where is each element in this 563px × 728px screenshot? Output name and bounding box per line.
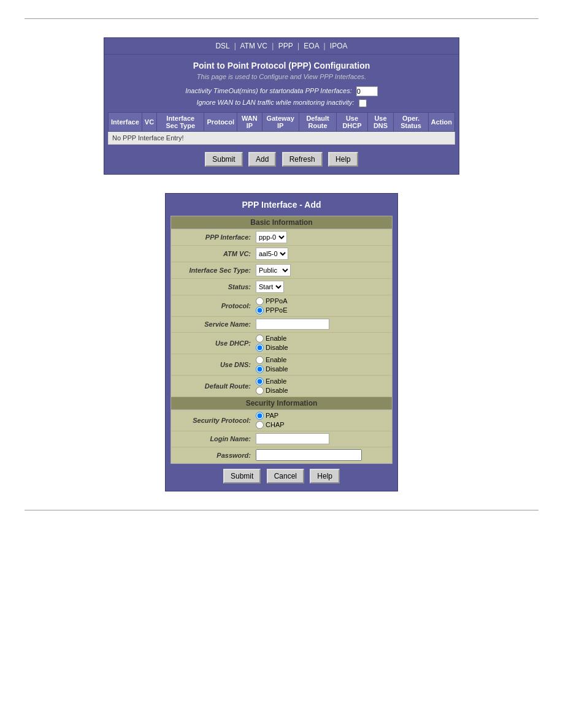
ignore-row: Ignore WAN to LAN traffic while monitori…: [104, 97, 459, 108]
password-input[interactable]: [256, 449, 362, 461]
password-row: Password:: [171, 447, 392, 463]
ppp-table: Interface VC Interface Sec Type Protocol…: [108, 112, 455, 145]
inactivity-label: Inactivity TimeOut(mins) for startondata…: [185, 87, 352, 94]
pap-item: PAP: [256, 412, 387, 420]
chap-radio[interactable]: [256, 421, 264, 429]
empty-row: No PPP Interface Entry!: [109, 131, 455, 144]
panel1-subtitle: This page is used to Configure and View …: [104, 73, 459, 85]
password-label: Password:: [176, 452, 256, 459]
service-name-control: [256, 319, 387, 330]
col-interface: Interface: [109, 112, 142, 131]
protocol-pppoe-label: PPPoE: [266, 306, 287, 314]
security-protocol-control: PAP CHAP: [256, 412, 387, 429]
atm-vc-label: ATM VC:: [176, 250, 256, 257]
panel2-help-button[interactable]: Help: [310, 469, 340, 483]
service-name-label: Service Name:: [176, 320, 256, 328]
use-dhcp-label: Use DHCP:: [176, 339, 256, 347]
col-use-dns: Use DNS: [367, 112, 394, 131]
col-protocol: Protocol: [204, 112, 237, 131]
default-route-label: Default Route:: [176, 382, 256, 390]
ignore-label: Ignore WAN to LAN traffic while monitori…: [196, 99, 354, 106]
status-row: Status: Start Stop: [171, 279, 392, 295]
protocol-row: Protocol: PPPoA PPPoE: [171, 295, 392, 317]
dns-enable-label: Enable: [266, 356, 286, 363]
atm-vc-select[interactable]: aal5-0 aal5-1: [256, 248, 288, 260]
basic-info-header: Basic Information: [171, 216, 392, 229]
protocol-pppoe-item: PPPoE: [256, 306, 387, 314]
security-protocol-row: Security Protocol: PAP CHAP: [171, 410, 392, 431]
login-name-control: [256, 433, 387, 444]
ignore-checkbox[interactable]: [359, 99, 367, 107]
atm-vc-control: aal5-0 aal5-1: [256, 248, 387, 260]
protocol-radio-group: PPPoA PPPoE: [256, 297, 387, 314]
dhcp-disable-radio[interactable]: [256, 344, 264, 352]
dns-enable-item: Enable: [256, 356, 387, 364]
panel2-submit-button[interactable]: Submit: [223, 469, 261, 483]
security-protocol-radio-group: PAP CHAP: [256, 412, 387, 429]
security-info-header: Security Information: [171, 397, 392, 410]
default-route-radio-group: Enable Disable: [256, 377, 387, 395]
password-control: [256, 449, 387, 461]
nav-atm-vc[interactable]: ATM VC: [240, 42, 267, 50]
use-dhcp-radio-group: Enable Disable: [256, 335, 387, 352]
status-label: Status:: [176, 283, 256, 290]
use-dns-control: Enable Disable: [256, 356, 387, 373]
col-action: Action: [428, 112, 454, 131]
pap-radio[interactable]: [256, 412, 264, 420]
chap-label: CHAP: [266, 421, 285, 428]
dhcp-disable-label: Disable: [266, 344, 288, 351]
col-sec-type: Interface Sec Type: [157, 112, 204, 131]
bottom-rule: [25, 510, 538, 510]
protocol-pppoa-label: PPPoA: [266, 297, 287, 305]
default-route-enable-radio[interactable]: [256, 377, 264, 385]
default-route-enable-item: Enable: [256, 377, 387, 385]
ppp-interface-select[interactable]: ppp-0 ppp-1 ppp-2: [256, 231, 287, 243]
use-dns-radio-group: Enable Disable: [256, 356, 387, 373]
nav-ppp[interactable]: PPP: [278, 42, 293, 50]
inactivity-row: Inactivity TimeOut(mins) for startondata…: [104, 85, 459, 97]
status-control: Start Stop: [256, 281, 387, 293]
dhcp-enable-radio[interactable]: [256, 335, 264, 343]
ppp-interface-row: PPP Interface: ppp-0 ppp-1 ppp-2: [171, 229, 392, 246]
interface-sec-type-row: Interface Sec Type: Public Private: [171, 262, 392, 279]
dhcp-enable-label: Enable: [266, 335, 286, 342]
default-route-disable-label: Disable: [266, 387, 288, 394]
dns-disable-radio[interactable]: [256, 365, 264, 373]
service-name-input[interactable]: [256, 319, 329, 330]
nav-eoa[interactable]: EOA: [304, 42, 319, 50]
inactivity-input[interactable]: [356, 86, 378, 96]
protocol-pppoe-radio[interactable]: [256, 306, 264, 314]
panel1-refresh-button[interactable]: Refresh: [282, 152, 323, 167]
use-dns-label: Use DNS:: [176, 361, 256, 368]
dhcp-disable-item: Disable: [256, 344, 387, 352]
nav-ipoa[interactable]: IPOA: [330, 42, 348, 50]
use-dhcp-control: Enable Disable: [256, 335, 387, 352]
use-dhcp-row: Use DHCP: Enable Disable: [171, 333, 392, 354]
col-gateway-ip: Gateway IP: [262, 112, 299, 131]
dns-enable-radio[interactable]: [256, 356, 264, 364]
ppp-interface-label: PPP Interface:: [176, 233, 256, 241]
security-protocol-label: Security Protocol:: [176, 417, 256, 424]
dhcp-enable-item: Enable: [256, 335, 387, 343]
ppp-interface-control: ppp-0 ppp-1 ppp-2: [256, 231, 387, 243]
interface-sec-type-control: Public Private: [256, 264, 387, 276]
default-route-enable-label: Enable: [266, 377, 286, 385]
panel2-cancel-button[interactable]: Cancel: [267, 469, 304, 483]
interface-sec-type-select[interactable]: Public Private: [256, 264, 291, 276]
protocol-pppoa-radio[interactable]: [256, 297, 264, 305]
nav-bar: DSL | ATM VC | PPP | EOA | IPOA: [104, 38, 459, 55]
panel1-help-button[interactable]: Help: [328, 152, 358, 167]
login-name-input[interactable]: [256, 433, 329, 444]
chap-item: CHAP: [256, 421, 387, 429]
ppp-config-panel: DSL | ATM VC | PPP | EOA | IPOA Point to…: [104, 37, 459, 175]
protocol-label: Protocol:: [176, 302, 256, 309]
panel1-submit-button[interactable]: Submit: [205, 152, 242, 167]
col-vc: VC: [142, 112, 156, 131]
col-oper-status: Oper. Status: [394, 112, 428, 131]
nav-dsl[interactable]: DSL: [215, 42, 229, 50]
panel1-add-button[interactable]: Add: [248, 152, 276, 167]
use-dns-row: Use DNS: Enable Disable: [171, 354, 392, 376]
status-select[interactable]: Start Stop: [256, 281, 284, 293]
default-route-disable-radio[interactable]: [256, 387, 264, 395]
default-route-row: Default Route: Enable Disable: [171, 376, 392, 397]
